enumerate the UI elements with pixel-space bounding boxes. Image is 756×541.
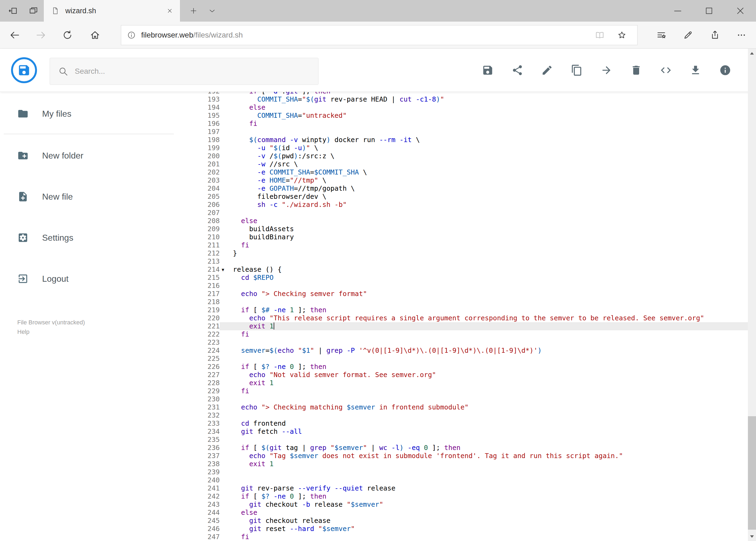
site-info-button[interactable] — [126, 29, 137, 41]
code-text[interactable]: fi — [226, 120, 756, 128]
code-line[interactable]: 234 git fetch --all — [195, 427, 756, 436]
code-text[interactable]: } — [226, 249, 756, 258]
forward-button[interactable] — [31, 25, 51, 45]
code-line[interactable]: 197 — [195, 128, 756, 136]
code-text[interactable]: if [ $# -ne 1 ]; then — [226, 306, 756, 314]
code-text[interactable] — [226, 436, 756, 444]
code-line[interactable]: 245 git checkout release — [195, 517, 756, 525]
code-line[interactable]: 231 echo "> Checking matching $semver in… — [195, 403, 756, 411]
sidebar-item-settings[interactable]: Settings — [0, 224, 195, 251]
browser-tab[interactable]: wizard.sh — [44, 0, 180, 22]
code-line[interactable]: 199 -u "$(id -u)" \ — [195, 144, 756, 152]
code-line[interactable]: 236 if [ $(git tag | grep "$semver" | wc… — [195, 444, 756, 452]
sidebar-item-logout[interactable]: Logout — [0, 265, 195, 292]
code-text[interactable] — [226, 258, 756, 266]
code-line[interactable]: 213 — [195, 258, 756, 266]
sidebar-item-my-files[interactable]: My files — [0, 100, 195, 127]
help-link[interactable]: Help — [17, 327, 85, 336]
code-line[interactable]: 227 echo "Not valid semver format. See s… — [195, 371, 756, 379]
code-text[interactable] — [226, 395, 756, 403]
code-line[interactable]: 207 — [195, 209, 756, 217]
code-line[interactable]: 193 COMMIT_SHA="$(git rev-parse HEAD | c… — [195, 95, 756, 104]
code-line[interactable]: 235 — [195, 436, 756, 444]
share-button[interactable] — [511, 64, 523, 76]
code-text[interactable]: buildBinary — [226, 233, 756, 241]
info-button[interactable] — [719, 64, 731, 76]
code-line[interactable]: 228 exit 1 — [195, 379, 756, 387]
code-text[interactable]: filebrowser/dev \ — [226, 193, 756, 201]
code-line[interactable]: 204 -e GOPATH=//tmp/gopath \ — [195, 185, 756, 193]
code-text[interactable]: cd frontend — [226, 419, 756, 427]
close-tab-button[interactable] — [164, 5, 175, 16]
minimize-button[interactable] — [662, 0, 693, 22]
fold-arrow-icon[interactable]: ▾ — [220, 266, 226, 273]
add-favorite-button[interactable] — [616, 29, 628, 41]
code-text[interactable]: if [ $? -ne 0 ]; then — [226, 492, 756, 500]
new-tab-button[interactable] — [186, 0, 201, 22]
code-text[interactable]: fi — [226, 241, 756, 249]
code-text[interactable]: git reset --hard "$semver" — [226, 525, 756, 533]
code-line[interactable]: 218 — [195, 298, 756, 306]
code-line[interactable]: 229 fi — [195, 387, 756, 395]
code-line[interactable]: 205 filebrowser/dev \ — [195, 193, 756, 201]
code-text[interactable] — [226, 468, 756, 476]
code-text[interactable]: exit 1 — [226, 460, 756, 468]
code-line[interactable]: 237 echo "Tag $semver does not exist in … — [195, 452, 756, 460]
code-line[interactable]: 225 — [195, 355, 756, 363]
code-text[interactable]: COMMIT_SHA="$(git rev-parse HEAD | cut -… — [226, 95, 756, 104]
move-button[interactable] — [601, 64, 613, 76]
code-text[interactable]: else — [226, 509, 756, 517]
code-text[interactable] — [226, 298, 756, 306]
code-text[interactable]: semver=$(echo "$1" | grep -P '^v(0|[1-9]… — [226, 346, 756, 355]
address-bar[interactable]: filebrowser.web/files/wizard.sh — [121, 25, 637, 45]
refresh-button[interactable] — [58, 25, 77, 45]
code-line[interactable]: 208 else — [195, 217, 756, 225]
code-text[interactable]: git rev-parse --verify --quiet release — [226, 484, 756, 492]
code-line[interactable]: 192 if [ -d .git ]; then — [195, 92, 756, 95]
code-line[interactable]: 206 sh -c "./wizard.sh -b" — [195, 201, 756, 209]
code-text[interactable]: echo "Not valid semver format. See semve… — [226, 371, 756, 379]
code-line[interactable]: 246 git reset --hard "$semver" — [195, 525, 756, 533]
search-box[interactable] — [50, 58, 319, 85]
code-line[interactable]: 221 exit 1 — [195, 322, 756, 330]
code-text[interactable]: fi — [226, 387, 756, 395]
code-text[interactable] — [226, 338, 756, 346]
code-line[interactable]: 215 cd $REPO — [195, 273, 756, 282]
tabs-you-set-aside-button[interactable] — [23, 0, 44, 22]
code-text[interactable]: fi — [226, 330, 756, 338]
code-line[interactable]: 209 buildAssets — [195, 225, 756, 233]
code-text[interactable]: git fetch --all — [226, 427, 756, 436]
code-text[interactable]: git checkout release — [226, 517, 756, 525]
close-window-button[interactable] — [725, 0, 756, 22]
code-text[interactable]: release () { — [226, 266, 756, 273]
code-line[interactable]: 244 else — [195, 509, 756, 517]
code-text[interactable]: echo "> Checking semver format" — [226, 290, 756, 298]
code-text[interactable]: -u "$(id -u)" \ — [226, 144, 756, 152]
code-line[interactable]: 211 fi — [195, 241, 756, 249]
back-button[interactable] — [5, 25, 24, 45]
code-line[interactable]: 222 fi — [195, 330, 756, 338]
sidebar-item-new-file[interactable]: New file — [0, 183, 195, 210]
code-line[interactable]: 243 git checkout -b release "$semver" — [195, 500, 756, 509]
favorites-hub-button[interactable] — [652, 25, 670, 45]
code-line[interactable]: 220 echo "This release script requires a… — [195, 314, 756, 322]
delete-button[interactable] — [630, 64, 642, 76]
tab-preview-toggle-button[interactable] — [204, 0, 220, 22]
code-text[interactable]: -v /$(pwd):/src:z \ — [226, 152, 756, 160]
code-line[interactable]: 198 $(command -v winpty) docker run --rm… — [195, 136, 756, 144]
scrollbar-thumb[interactable] — [748, 416, 756, 530]
code-line[interactable]: 239 — [195, 468, 756, 476]
sidebar-item-new-folder[interactable]: New folder — [0, 142, 195, 169]
code-line[interactable]: 224 semver=$(echo "$1" | grep -P '^v(0|[… — [195, 346, 756, 355]
code-text[interactable]: -w //src \ — [226, 160, 756, 168]
code-text[interactable]: if [ $(git tag | grep "$semver" | wc -l)… — [226, 444, 756, 452]
code-line[interactable]: 194 else — [195, 104, 756, 112]
settings-more-button[interactable] — [733, 25, 750, 45]
code-line[interactable]: 202 -e COMMIT_SHA=$COMMIT_SHA \ — [195, 168, 756, 176]
code-line[interactable]: 242 if [ $? -ne 0 ]; then — [195, 492, 756, 500]
code-text[interactable]: echo "> Checking matching $semver in fro… — [226, 403, 756, 411]
download-button[interactable] — [690, 64, 701, 76]
code-text[interactable]: COMMIT_SHA="untracked" — [226, 112, 756, 120]
home-button[interactable] — [85, 25, 105, 45]
code-text[interactable] — [226, 411, 756, 419]
